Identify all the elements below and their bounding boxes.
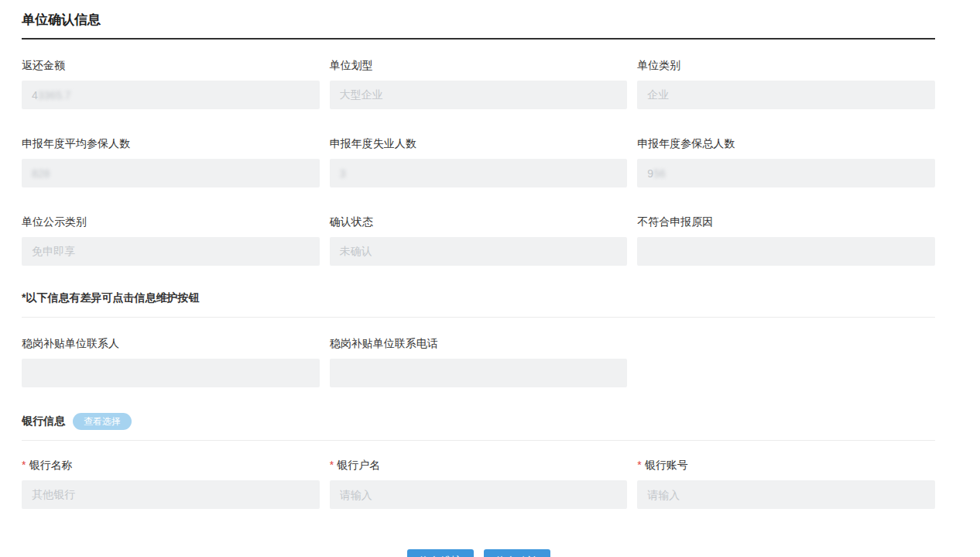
confirm-status-input: 未确认 [330, 237, 628, 266]
form-row-2: 申报年度平均参保人数 828 申报年度失业人数 3 申报年度参保总人数 956 [22, 137, 935, 187]
field-public-category: 单位公示类别 免申即享 [22, 215, 320, 266]
bank-account-name-label: *银行户名 [330, 459, 628, 473]
contact-person-input [22, 359, 320, 387]
bank-account-name-inputbox [330, 480, 628, 509]
info-maintain-button[interactable]: 信息维护 [407, 549, 474, 557]
avg-insured-value-redacted: 828 [32, 167, 50, 180]
total-insured-label: 申报年度参保总人数 [637, 137, 935, 151]
field-contact-person: 稳岗补贴单位联系人 [22, 337, 320, 387]
page-title: 单位确认信息 [22, 11, 935, 40]
form-row-1: 返还金额 43365.7 单位划型 大型企业 单位类别 企业 [22, 59, 935, 109]
contact-person-label: 稳岗补贴单位联系人 [22, 337, 320, 351]
unemployed-count-value-redacted: 3 [340, 167, 346, 180]
form-row-4: 稳岗补贴单位联系人 稳岗补贴单位联系电话 [22, 337, 935, 387]
bank-name-value: 其他银行 [32, 488, 75, 502]
field-bank-account-name: *银行户名 [330, 459, 628, 509]
refund-amount-value-redacted: 3365.7 [38, 89, 71, 101]
field-avg-insured: 申报年度平均参保人数 828 [22, 137, 320, 187]
total-insured-input: 956 [637, 159, 935, 187]
required-asterisk: * [22, 459, 26, 471]
field-refund-amount: 返还金额 43365.7 [22, 59, 320, 109]
info-confirm-button[interactable]: 信息确认 [484, 549, 550, 557]
reject-reason-input [637, 237, 935, 266]
unit-scale-input: 大型企业 [330, 81, 628, 109]
required-asterisk: * [637, 459, 641, 471]
field-unemployed-count: 申报年度失业人数 3 [330, 137, 628, 187]
field-unit-scale: 单位划型 大型企业 [330, 59, 628, 109]
unit-category-label: 单位类别 [637, 59, 935, 73]
field-contact-phone: 稳岗补贴单位联系电话 [330, 337, 628, 387]
contact-phone-input [330, 359, 628, 387]
bank-name-input[interactable]: 其他银行 [22, 480, 320, 509]
unit-scale-value: 大型企业 [340, 88, 383, 102]
bank-account-name-input[interactable] [340, 489, 618, 501]
form-row-5: *银行名称 其他银行 *银行户名 *银行账号 [22, 459, 935, 509]
field-unit-category: 单位类别 企业 [637, 59, 935, 109]
bank-section-title: 银行信息 [22, 414, 65, 428]
public-category-value: 免申即享 [32, 245, 75, 259]
confirm-status-label: 确认状态 [330, 215, 628, 229]
bank-name-label: *银行名称 [22, 459, 320, 473]
form-row-3: 单位公示类别 免申即享 确认状态 未确认 不符合申报原因 [22, 215, 935, 266]
reject-reason-label: 不符合申报原因 [637, 215, 935, 229]
field-bank-name: *银行名称 其他银行 [22, 459, 320, 509]
refund-amount-value-prefix: 4 [32, 89, 38, 101]
difference-note: *以下信息有差异可点击信息维护按钮 [22, 291, 935, 318]
public-category-input: 免申即享 [22, 237, 320, 266]
bank-account-number-label: *银行账号 [637, 459, 935, 473]
total-insured-value-prefix: 9 [647, 167, 653, 180]
form-row-4-spacer [637, 337, 935, 387]
required-asterisk: * [330, 459, 334, 471]
bank-section-header: 银行信息 查看选择 [22, 413, 935, 441]
unemployed-count-input: 3 [330, 159, 628, 187]
unit-category-value: 企业 [647, 88, 669, 102]
contact-phone-label: 稳岗补贴单位联系电话 [330, 337, 628, 351]
field-total-insured: 申报年度参保总人数 956 [637, 137, 935, 187]
total-insured-value-redacted: 56 [653, 167, 666, 180]
unit-confirm-panel: 单位确认信息 返还金额 43365.7 单位划型 大型企业 单位类别 企业 申报… [0, 0, 980, 557]
unemployed-count-label: 申报年度失业人数 [330, 137, 628, 151]
public-category-label: 单位公示类别 [22, 215, 320, 229]
field-reject-reason: 不符合申报原因 [637, 215, 935, 266]
bank-account-number-input[interactable] [647, 489, 925, 501]
avg-insured-input: 828 [22, 159, 320, 187]
bank-account-number-inputbox [637, 480, 935, 509]
refund-amount-label: 返还金额 [22, 59, 320, 73]
action-bar: 信息维护 信息确认 [22, 549, 935, 557]
refund-amount-input: 43365.7 [22, 81, 320, 109]
field-confirm-status: 确认状态 未确认 [330, 215, 628, 266]
avg-insured-label: 申报年度平均参保人数 [22, 137, 320, 151]
view-selection-button[interactable]: 查看选择 [73, 413, 132, 430]
field-bank-account-number: *银行账号 [637, 459, 935, 509]
unit-category-input: 企业 [637, 81, 935, 109]
confirm-status-value: 未确认 [340, 245, 372, 259]
unit-scale-label: 单位划型 [330, 59, 628, 73]
